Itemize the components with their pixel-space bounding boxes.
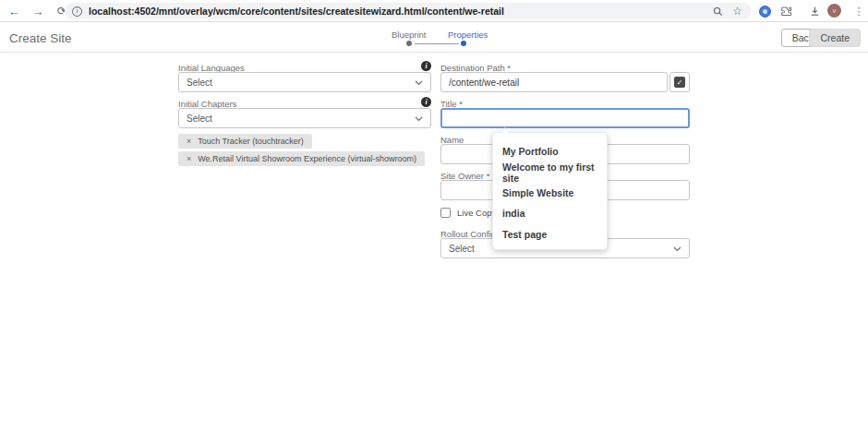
tag-label: We.Retail Virtual Showroom Experience (v… (198, 154, 416, 163)
autofill-dropdown: My Portfolio Welcome to my first site Si… (492, 132, 608, 250)
live-copy-checkbox-row[interactable]: Live Copy (440, 208, 496, 218)
initial-chapters-info-icon[interactable]: i (421, 97, 431, 107)
step-blueprint[interactable]: Blueprint (392, 30, 427, 40)
tag-touch-tracker: × Touch Tracker (touchtracker) (178, 134, 312, 149)
remove-tag-icon[interactable]: × (187, 137, 191, 146)
wizard-header: Create Site Blueprint Properties Back Cr… (0, 23, 868, 53)
browser-forward-icon[interactable]: → (28, 0, 48, 22)
zoom-icon[interactable] (712, 6, 723, 17)
url-text[interactable]: localhost:4502/mnt/overlay/wcm/core/cont… (89, 6, 504, 17)
tag-label: Touch Tracker (touchtracker) (198, 137, 304, 146)
tag-virtual-showroom: × We.Retail Virtual Showroom Experience … (178, 151, 425, 166)
checked-checkbox-icon: ✓ (674, 77, 685, 88)
initial-languages-info-icon[interactable]: i (421, 61, 431, 71)
chevron-down-icon (415, 114, 423, 124)
download-icon[interactable] (809, 5, 821, 21)
step-properties[interactable]: Properties (448, 30, 488, 40)
step-dot-blueprint (406, 41, 412, 46)
initial-chapters-select[interactable]: Select (178, 108, 431, 128)
initial-languages-select[interactable]: Select (178, 72, 431, 92)
extension-icon[interactable] (759, 6, 771, 18)
remove-tag-icon[interactable]: × (187, 154, 191, 163)
step-dot-properties (461, 41, 466, 46)
destination-path-input[interactable] (440, 72, 668, 92)
page-info-icon[interactable]: i (72, 6, 82, 17)
profile-avatar[interactable]: v (827, 4, 841, 18)
rollout-configs-value: Select (449, 244, 475, 254)
live-copy-checkbox[interactable] (440, 208, 451, 218)
page-title: Create Site (9, 31, 72, 45)
chevron-down-icon (415, 78, 423, 88)
autofill-item[interactable]: Welcome to my first site (493, 162, 607, 182)
browser-back-icon[interactable]: ← (4, 0, 24, 22)
chevron-down-icon (673, 244, 681, 254)
initial-languages-value: Select (187, 78, 212, 88)
address-bar[interactable]: i localhost:4502/mnt/overlay/wcm/core/co… (65, 3, 752, 19)
path-picker-button[interactable]: ✓ (669, 72, 690, 92)
autofill-item[interactable]: My Portfolio (493, 141, 607, 162)
autofill-item[interactable]: Test page (493, 224, 607, 245)
step-connector-line (415, 43, 459, 44)
create-button[interactable]: Create (809, 29, 861, 47)
title-input[interactable] (440, 108, 690, 128)
autofill-item[interactable]: india (493, 203, 607, 223)
dropdown-notch (500, 127, 510, 138)
autofill-item[interactable]: Simple Website (493, 183, 607, 203)
browser-toolbar: ← → ⟳ i localhost:4502/mnt/overlay/wcm/c… (0, 0, 868, 22)
browser-menu-icon[interactable]: ⋮ (851, 0, 866, 22)
live-copy-label: Live Copy (457, 208, 496, 218)
initial-chapters-value: Select (187, 114, 212, 124)
bookmark-star-icon[interactable]: ☆ (732, 5, 742, 18)
extensions-puzzle-icon[interactable] (780, 5, 792, 21)
